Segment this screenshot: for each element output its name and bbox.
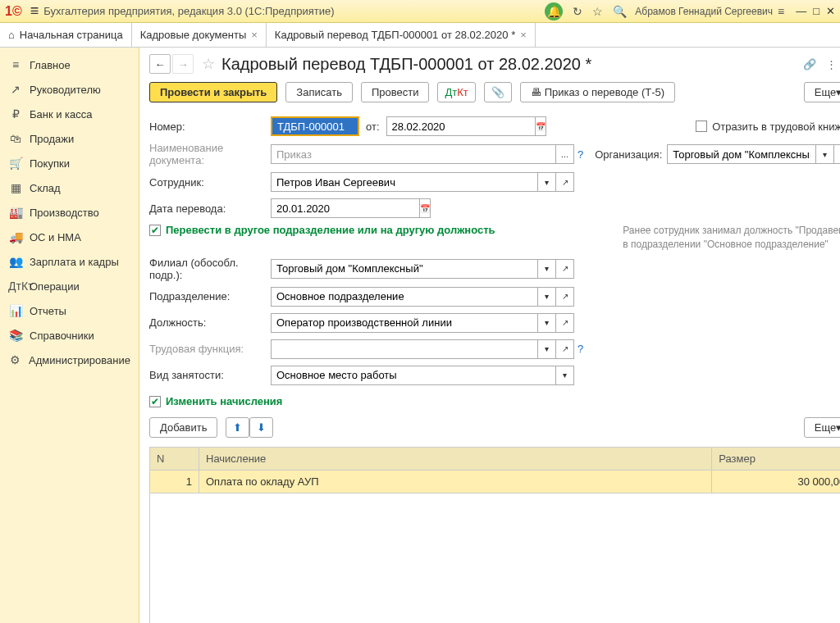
tab-transfer-doc-label: Кадровый перевод ТДБП-000001 от 28.02.20… — [275, 29, 515, 41]
star-icon[interactable]: ☆ — [202, 55, 215, 73]
user-name[interactable]: Абрамов Геннадий Сергеевич — [635, 6, 773, 17]
open-icon[interactable]: ↗ — [556, 313, 574, 333]
notifications-icon[interactable]: 🔔 — [545, 2, 563, 20]
tab-transfer-doc[interactable]: Кадровый перевод ТДБП-000001 от 28.02.20… — [267, 23, 536, 47]
favorite-icon[interactable]: ☆ — [592, 5, 603, 18]
sidebar-item-9[interactable]: ДтКтОперации — [0, 274, 139, 298]
close-tab-icon[interactable]: × — [520, 29, 527, 41]
sidebar-item-10[interactable]: 📊Отчеты — [0, 298, 139, 323]
kebab-icon[interactable]: ⋮ — [826, 58, 837, 70]
ellipsis-icon[interactable]: … — [556, 144, 574, 164]
sidebar-icon: 🏭 — [8, 206, 23, 219]
col-accrual[interactable]: Начисление — [199, 448, 712, 470]
table-row[interactable]: 1 Оплата по окладу АУП 30 000,00 — [150, 471, 840, 493]
tab-home-label: Начальная страница — [20, 29, 123, 41]
sidebar-item-2[interactable]: ₽Банк и касса — [0, 102, 139, 126]
write-button[interactable]: Записать — [285, 82, 353, 102]
link-icon[interactable]: 🔗 — [803, 58, 816, 70]
cell-amount: 30 000,00 — [712, 471, 840, 493]
employee-label: Сотрудник: — [149, 176, 271, 189]
sidebar-icon: 🛍 — [8, 132, 23, 145]
maximize-icon[interactable]: □ — [813, 5, 819, 17]
sidebar-item-5[interactable]: ▦Склад — [0, 175, 139, 200]
calendar-icon[interactable]: 📅 — [536, 116, 546, 136]
sidebar-item-label: Зарплата и кадры — [30, 256, 119, 268]
docname-input[interactable] — [271, 144, 556, 164]
sidebar-item-0[interactable]: ≡Главное — [0, 52, 139, 77]
transfer-checkbox[interactable]: ✔ Перевести в другое подразделение или н… — [149, 224, 495, 236]
function-input[interactable] — [271, 339, 538, 359]
calendar-icon[interactable]: 📅 — [420, 198, 431, 218]
dropdown-icon[interactable]: ▾ — [556, 366, 574, 385]
dropdown-icon[interactable]: ▾ — [538, 287, 556, 307]
col-n[interactable]: N — [150, 448, 199, 470]
dropdown-icon[interactable]: ▾ — [538, 172, 556, 192]
dropdown-icon[interactable]: ▾ — [538, 259, 556, 279]
col-amount[interactable]: Размер — [712, 448, 840, 470]
branch-input[interactable] — [271, 259, 538, 279]
sidebar-item-7[interactable]: 🚚ОС и НМА — [0, 225, 139, 249]
sidebar-icon: ДтКт — [8, 280, 23, 293]
dept-input[interactable] — [271, 287, 538, 307]
nav-back-button[interactable]: ← — [149, 54, 171, 74]
close-tab-icon[interactable]: × — [251, 29, 258, 41]
print-order-button[interactable]: 🖶 Приказ о переводе (Т-5) — [520, 82, 675, 102]
main-menu-icon[interactable]: ≡ — [30, 2, 39, 20]
number-input[interactable] — [271, 116, 359, 136]
workbook-label: Отразить в трудовой книжке — [712, 121, 840, 133]
minimize-icon[interactable]: — — [796, 5, 806, 17]
post-and-close-button[interactable]: Провести и закрыть — [149, 82, 277, 102]
open-icon[interactable]: ↗ — [556, 259, 574, 279]
sidebar-item-3[interactable]: 🛍Продажи — [0, 126, 139, 151]
sidebar-item-12[interactable]: ⚙Администрирование — [0, 348, 139, 372]
sidebar-icon: ₽ — [8, 107, 23, 121]
move-up-button[interactable]: ⬆ — [226, 417, 249, 438]
sidebar-item-label: Справочники — [30, 330, 94, 342]
sidebar-item-6[interactable]: 🏭Производство — [0, 200, 139, 225]
open-icon[interactable]: ↗ — [556, 172, 574, 192]
salary-checkbox[interactable]: ✔ Изменить начисления — [149, 395, 282, 407]
tab-hr-docs[interactable]: Кадровые документы × — [132, 23, 267, 47]
dropdown-icon[interactable]: ▾ — [538, 339, 556, 359]
sidebar-item-8[interactable]: 👥Зарплата и кадры — [0, 249, 139, 274]
move-down-button[interactable]: ⬇ — [249, 417, 273, 438]
more-table-button[interactable]: Еще ▾ — [804, 417, 840, 438]
search-icon[interactable]: 🔍 — [613, 5, 627, 18]
transfer-checkbox-label: Перевести в другое подразделение или на … — [166, 224, 495, 236]
date-input[interactable] — [386, 116, 536, 136]
cell-n: 1 — [150, 471, 199, 493]
add-row-button[interactable]: Добавить — [149, 417, 217, 438]
open-icon[interactable]: ↗ — [556, 339, 574, 359]
position-input[interactable] — [271, 313, 538, 333]
emp-type-input[interactable] — [271, 366, 556, 385]
open-icon[interactable]: ↗ — [556, 287, 574, 307]
more-button[interactable]: Еще ▾ — [804, 82, 840, 102]
emp-type-label: Вид занятости: — [149, 369, 271, 381]
help-icon[interactable]: ? — [578, 343, 583, 355]
attach-button[interactable]: 📎 — [484, 82, 512, 102]
branch-label: Филиал (обособл. подр.): — [149, 257, 271, 281]
tab-home[interactable]: ⌂ Начальная страница — [0, 23, 132, 47]
help-icon[interactable]: ? — [578, 148, 583, 161]
date-from-label: от: — [366, 121, 380, 133]
sidebar-item-label: Продажи — [30, 133, 74, 145]
post-button[interactable]: Провести — [361, 82, 430, 102]
accruals-table: N Начисление Размер 1 Оплата по окладу А… — [149, 447, 840, 623]
sidebar-item-1[interactable]: ↗Руководителю — [0, 77, 139, 102]
user-menu-icon[interactable]: ≡ — [778, 5, 784, 18]
transfer-date-input[interactable] — [271, 198, 420, 218]
open-icon[interactable]: ↗ — [834, 144, 840, 164]
nav-forward-button[interactable]: → — [172, 54, 194, 74]
close-window-icon[interactable]: ✕ — [826, 5, 835, 17]
sidebar-item-11[interactable]: 📚Справочники — [0, 323, 139, 348]
workbook-checkbox[interactable]: Отразить в трудовой книжке — [696, 121, 840, 133]
employee-input[interactable] — [271, 172, 538, 192]
function-label: Трудовая функция: — [149, 343, 271, 355]
dtkt-button[interactable]: ДтКт — [437, 82, 475, 102]
dropdown-icon[interactable]: ▾ — [816, 144, 834, 164]
dept-label: Подразделение: — [149, 290, 271, 302]
history-icon[interactable]: ↻ — [573, 5, 582, 18]
sidebar-item-4[interactable]: 🛒Покупки — [0, 151, 139, 175]
org-input[interactable] — [667, 144, 816, 164]
dropdown-icon[interactable]: ▾ — [538, 313, 556, 333]
